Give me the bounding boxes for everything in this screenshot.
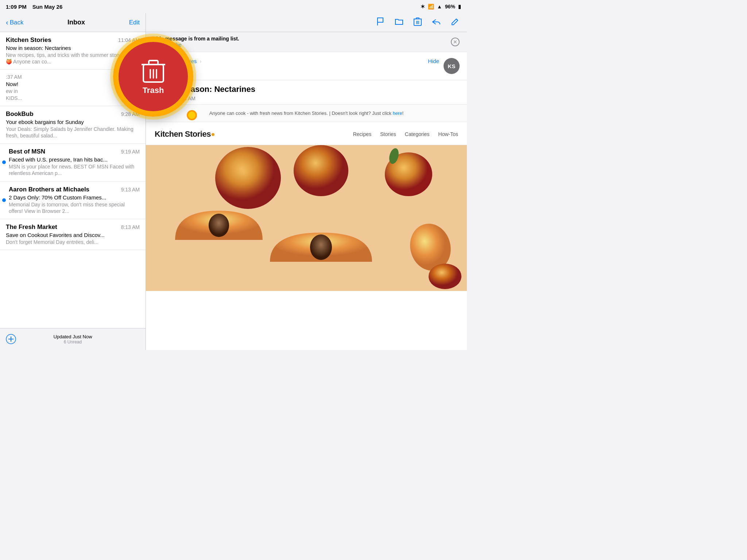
mail-sender: BookBub	[6, 110, 34, 118]
mail-subject: Your ebook bargains for Sunday	[6, 119, 140, 125]
email-subject: Now in season: Nectarines	[153, 85, 460, 94]
svg-point-16	[294, 145, 348, 196]
unread-indicator	[2, 198, 6, 202]
ks-nav-categories[interactable]: Categories	[405, 131, 430, 137]
mail-preview: Memorial Day is tomorrow, don't miss the…	[9, 201, 140, 214]
mail-time: 9:28 AM	[121, 111, 140, 117]
to-line: T	[153, 66, 428, 71]
svg-point-22	[429, 264, 461, 289]
mail-preview: Your Deals: Simply Salads by Jennifer Ch…	[6, 126, 140, 139]
location-icon: ▲	[437, 4, 442, 9]
footer-subtitle: 6 Unread	[64, 339, 82, 345]
mail-item-msn[interactable]: Best of MSN 9:19 AM Faced with U.S. pres…	[0, 144, 146, 181]
mail-sender: Best of MSN	[9, 148, 45, 155]
mailing-list-banner: This message is from a mailing list. Uns…	[146, 32, 467, 52]
ks-nav-recipes[interactable]: Recipes	[353, 131, 372, 137]
folder-button[interactable]	[395, 18, 403, 27]
mail-preview: MSN is your place for news. BEST OF MSN …	[9, 163, 140, 176]
mail-item-petco[interactable]: :37 AM Now! ew inKIDS...	[0, 70, 146, 106]
mail-subject: Faced with U.S. pressure, Iran hits bac.…	[9, 156, 140, 163]
banner-text: This message is from a mailing list.	[153, 36, 239, 42]
email-meta: Fr Kitchen Stories › T	[153, 58, 428, 71]
email-body: Anyone can cook - with fresh news from K…	[146, 105, 467, 291]
status-time: 1:09 PM	[6, 4, 27, 10]
main-layout: ‹ Back Inbox Edit Kitchen Stories 11:04 …	[0, 13, 467, 350]
brightness-icon: ✶	[421, 4, 425, 9]
sender-name[interactable]: Kitchen Stories	[160, 58, 197, 64]
ks-email-header: Kitchen Stories Recipes Stories Categori…	[146, 122, 467, 145]
status-bar: 1:09 PM Sun May 26 ✶ 📶 ▲ 96% ▮	[0, 0, 467, 13]
mail-time: 9:13 AM	[121, 187, 140, 192]
wifi-icon: 📶	[428, 4, 434, 9]
mail-subject: 2 Days Only: 70% Off Custom Frames...	[9, 194, 140, 201]
mail-item-kitchen-stories[interactable]: Kitchen Stories 11:04 AM Now in season: …	[0, 32, 146, 70]
mail-preview: New recipes, tips, and tricks with the s…	[6, 52, 140, 65]
sender-avatar: KS	[444, 58, 460, 74]
email-subject-section: Now in season: Nectarines Today at 11:04…	[146, 80, 467, 105]
battery-icon: ▮	[458, 4, 461, 9]
petco-time: :37 AM	[6, 74, 22, 80]
sidebar-footer: Updated Just Now 6 Unread	[0, 328, 146, 350]
ks-nav-stories[interactable]: Stories	[380, 131, 396, 137]
back-chevron-icon: ‹	[6, 18, 8, 27]
email-date: Today at 11:04 AM	[153, 96, 460, 101]
svg-point-20	[310, 234, 332, 260]
back-button[interactable]: ‹ Back	[6, 18, 23, 27]
ks-nav-howtos[interactable]: How-Tos	[438, 131, 458, 137]
mail-time: 9:19 AM	[121, 149, 140, 155]
nectarine-illustration	[146, 145, 467, 291]
ks-navigation: Recipes Stories Categories How-Tos	[353, 131, 458, 137]
petco-preview: ew inKIDS...	[6, 88, 140, 101]
mail-sender: The Fresh Market	[6, 223, 57, 231]
svg-point-19	[209, 214, 229, 237]
mail-item-fresh-market[interactable]: The Fresh Market 8:13 AM Save on Cookout…	[0, 219, 146, 250]
footer-title: Updated Just Now	[53, 334, 92, 339]
sidebar: ‹ Back Inbox Edit Kitchen Stories 11:04 …	[0, 13, 146, 350]
sidebar-header: ‹ Back Inbox Edit	[0, 13, 146, 32]
hide-details-button[interactable]: Hide	[428, 58, 439, 64]
edit-button[interactable]: Edit	[129, 19, 140, 26]
back-label: Back	[10, 19, 24, 26]
flag-button[interactable]	[376, 17, 384, 28]
unsubscribe-link[interactable]: Unsubscribe	[153, 42, 182, 48]
battery-percent: 96%	[445, 4, 455, 9]
email-toolbar	[146, 13, 467, 32]
status-date: Sun May 26	[32, 4, 63, 10]
expand-chevron-icon: ›	[200, 58, 201, 64]
trash-button[interactable]	[414, 17, 422, 28]
mail-subject: Now in season: Nectarines	[6, 45, 140, 51]
email-header-section: Fr Kitchen Stories › T Hide KS	[146, 52, 467, 80]
from-line: Fr Kitchen Stories ›	[153, 58, 428, 64]
ks-logo: Kitchen Stories	[155, 129, 214, 139]
mail-time: 8:13 AM	[121, 224, 140, 230]
petco-subject: Now!	[6, 81, 140, 87]
email-hero-image	[146, 145, 467, 291]
mail-preview: Don't forget Memorial Day entrées, deli.…	[6, 239, 140, 245]
svg-point-15	[228, 160, 268, 196]
here-link[interactable]: here	[393, 110, 402, 116]
mail-time: 11:04 AM	[118, 37, 140, 43]
inbox-title: Inbox	[67, 19, 85, 26]
mail-sender: Aaron Brothers at Michaels	[9, 186, 89, 193]
mail-sender: Kitchen Stories	[6, 36, 51, 44]
mail-item-aaron[interactable]: Aaron Brothers at Michaels 9:13 AM 2 Day…	[0, 182, 146, 219]
compose-new-button[interactable]	[451, 17, 460, 28]
compose-button[interactable]	[6, 334, 16, 346]
mail-item-bookbub[interactable]: BookBub 9:28 AM Your ebook bargains for …	[0, 106, 146, 144]
mail-subject: Save on Cookout Favorites and Discov...	[6, 232, 140, 238]
email-detail: This message is from a mailing list. Uns…	[146, 13, 467, 350]
banner-close-button[interactable]: ✕	[451, 38, 460, 46]
unread-indicator	[2, 160, 6, 164]
email-body-container: This message is from a mailing list. Uns…	[146, 32, 467, 350]
status-icons: ✶ 📶 ▲ 96% ▮	[421, 4, 461, 9]
email-body-text: Anyone can cook - with fresh news from K…	[146, 105, 467, 122]
reply-button[interactable]	[432, 18, 441, 27]
mail-list: Kitchen Stories 11:04 AM Now in season: …	[0, 32, 146, 328]
